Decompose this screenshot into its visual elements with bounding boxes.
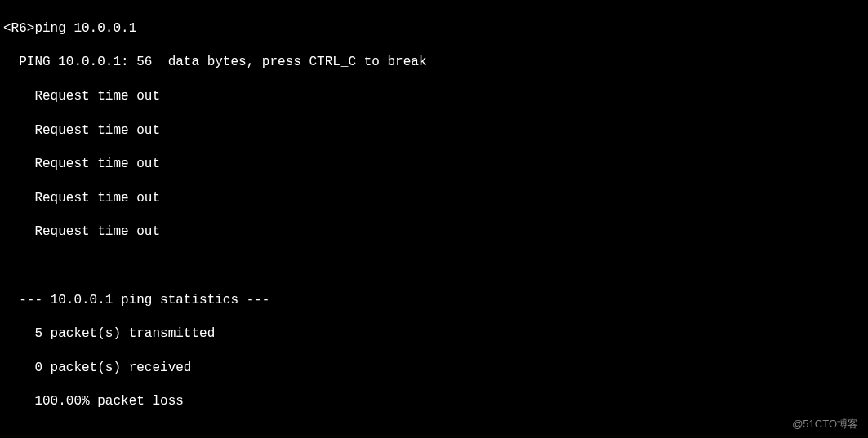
blank-line bbox=[3, 427, 865, 438]
watermark: @51CTO博客 bbox=[792, 418, 858, 431]
command-line: <R6>ping 10.0.0.1 bbox=[3, 20, 865, 38]
ping-response: Request time out bbox=[3, 223, 865, 241]
ping-response: Request time out bbox=[3, 190, 865, 207]
stats-line: 5 packet(s) transmitted bbox=[3, 325, 865, 343]
terminal-output[interactable]: <R6>ping 10.0.0.1 PING 10.0.0.1: 56 data… bbox=[3, 3, 865, 438]
command-text: ping 10.0.0.1 bbox=[34, 21, 136, 36]
ping-response: Request time out bbox=[3, 156, 865, 173]
ping-header: PING 10.0.0.1: 56 data bytes, press CTRL… bbox=[3, 54, 865, 71]
stats-line: 100.00% packet loss bbox=[3, 393, 865, 410]
blank-line bbox=[3, 258, 865, 275]
stats-line: 0 packet(s) received bbox=[3, 360, 865, 377]
prompt: <R6> bbox=[3, 21, 34, 36]
stats-header: --- 10.0.0.1 ping statistics --- bbox=[3, 292, 865, 309]
ping-response: Request time out bbox=[3, 122, 865, 139]
ping-response: Request time out bbox=[3, 88, 865, 105]
